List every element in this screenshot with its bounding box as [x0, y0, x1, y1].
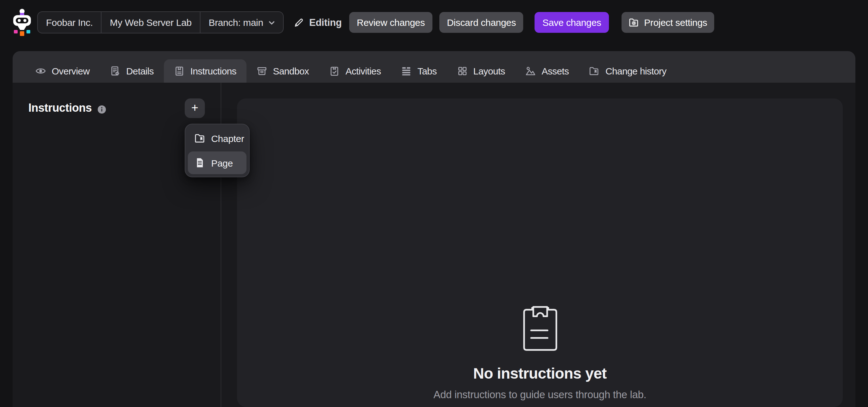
- clipboard-check-icon: [329, 66, 340, 76]
- tab-label: Sandbox: [273, 66, 309, 76]
- review-changes-label: Review changes: [357, 17, 425, 28]
- breadcrumb-org[interactable]: Foobar Inc.: [38, 12, 101, 33]
- instructions-editor: Instructions +: [12, 83, 856, 407]
- eye-icon: [35, 66, 46, 76]
- discard-changes-label: Discard changes: [447, 17, 516, 28]
- tab-label: Activities: [345, 66, 381, 76]
- tab-tabs[interactable]: Tabs: [391, 59, 447, 83]
- tab-change-history[interactable]: Change history: [579, 59, 676, 83]
- save-changes-button[interactable]: Save changes: [535, 12, 609, 33]
- tab-activities[interactable]: Activities: [319, 59, 391, 83]
- tab-assets[interactable]: Assets: [515, 59, 579, 83]
- folder-bookmark-icon: [589, 66, 600, 76]
- branch-selector[interactable]: Branch: main: [200, 12, 283, 33]
- project-settings-button[interactable]: Project settings: [622, 12, 714, 33]
- empty-state: No instructions yet Add instructions to …: [237, 303, 843, 401]
- tab-label: Overview: [52, 66, 90, 76]
- add-instruction-button[interactable]: +: [185, 98, 205, 118]
- menu-item-chapter[interactable]: Chapter: [188, 127, 246, 150]
- info-icon[interactable]: [97, 106, 105, 114]
- review-changes-button[interactable]: Review changes: [349, 12, 432, 33]
- tab-label: Instructions: [190, 66, 237, 76]
- tab-layouts[interactable]: Layouts: [447, 59, 515, 83]
- empty-state-subtitle: Add instructions to guide users through …: [433, 389, 646, 401]
- tab-bar: Overview Details: [12, 51, 856, 83]
- tab-label: Change history: [606, 66, 666, 76]
- clipboard-large-icon: [516, 303, 564, 355]
- org-label: Foobar Inc.: [46, 17, 93, 28]
- breadcrumb: Foobar Inc. My Web Server Lab Branch: ma…: [37, 11, 283, 33]
- menu-item-label: Chapter: [211, 133, 244, 144]
- editing-label: Editing: [309, 17, 342, 28]
- clipboard-bookmark-icon: [174, 66, 185, 76]
- main-card: Overview Details: [12, 51, 856, 407]
- main-area: No instructions yet Add instructions to …: [221, 83, 856, 407]
- save-changes-label: Save changes: [542, 17, 601, 28]
- chevron-down-icon: [268, 21, 275, 25]
- add-menu: Chapter Page: [185, 124, 250, 177]
- breadcrumb-project[interactable]: My Web Server Lab: [101, 12, 199, 33]
- page-icon: [194, 157, 206, 169]
- instructions-panel: No instructions yet Add instructions to …: [237, 98, 843, 407]
- sidebar-header: Instructions +: [12, 83, 221, 118]
- tab-label: Layouts: [473, 66, 505, 76]
- document-gear-icon: [110, 66, 120, 76]
- folder-bookmark-icon: [194, 133, 206, 144]
- tab-overview[interactable]: Overview: [25, 59, 100, 83]
- menu-item-label: Page: [211, 157, 233, 168]
- folder-gear-icon: [628, 17, 639, 28]
- editing-indicator: Editing: [293, 17, 342, 28]
- plus-icon: +: [191, 101, 198, 114]
- menu-item-page[interactable]: Page: [188, 151, 246, 174]
- discard-changes-button[interactable]: Discard changes: [439, 12, 524, 33]
- tab-label: Details: [126, 66, 154, 76]
- topbar: Foobar Inc. My Web Server Lab Branch: ma…: [0, 0, 868, 45]
- sidebar-title: Instructions: [28, 98, 92, 118]
- robot-logo[interactable]: [9, 8, 35, 37]
- tab-label: Assets: [541, 66, 568, 76]
- tab-label: Tabs: [417, 66, 437, 76]
- project-settings-label: Project settings: [644, 17, 707, 28]
- tab-details[interactable]: Details: [100, 59, 164, 83]
- layout-grid-icon: [457, 66, 468, 76]
- project-label: My Web Server Lab: [110, 17, 191, 28]
- tab-instructions[interactable]: Instructions: [164, 59, 246, 83]
- image-icon: [525, 66, 536, 76]
- tab-sandbox[interactable]: Sandbox: [246, 59, 319, 83]
- table-rows-icon: [401, 66, 412, 76]
- archive-box-icon: [256, 66, 267, 76]
- branch-label: Branch: main: [209, 17, 263, 28]
- empty-state-title: No instructions yet: [473, 365, 607, 382]
- pencil-icon: [293, 17, 304, 27]
- app-window: Foobar Inc. My Web Server Lab Branch: ma…: [0, 0, 868, 407]
